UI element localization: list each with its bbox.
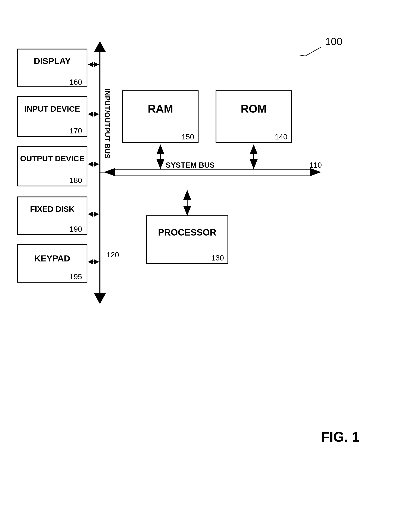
io-bus-label: INPUT/OUTPUT BUS bbox=[103, 89, 111, 159]
diagram-svg: 100 DISPLAY 160 INPUT DEVICE 170 OUTPUT … bbox=[12, 15, 389, 480]
keypad-label: KEYPAD bbox=[34, 254, 70, 263]
svg-line-0 bbox=[305, 47, 321, 56]
io-bus-ref: 120 bbox=[107, 251, 119, 259]
ram-label: RAM bbox=[148, 102, 173, 115]
io-bus-bottom-arrow bbox=[94, 293, 106, 304]
ref-100: 100 bbox=[325, 36, 342, 47]
display-ref: 160 bbox=[69, 78, 82, 86]
rom-label: ROM bbox=[241, 102, 267, 115]
processor-ref: 130 bbox=[211, 254, 224, 262]
system-bus-label: SYSTEM BUS bbox=[166, 161, 215, 169]
svg-line-1 bbox=[299, 55, 305, 56]
system-bus-ref: 110 bbox=[309, 161, 322, 169]
rom-ref: 140 bbox=[275, 133, 288, 141]
keypad-ref: 195 bbox=[69, 272, 82, 281]
ram-ref: 150 bbox=[181, 133, 194, 141]
fixed-disk-label: FIXED DISK bbox=[30, 204, 75, 213]
output-device-ref: 180 bbox=[69, 176, 82, 184]
io-bus-top-arrow bbox=[94, 41, 106, 52]
figure-label: FIG. 1 bbox=[321, 429, 360, 445]
output-device-label: OUTPUT DEVICE bbox=[20, 154, 85, 163]
fixed-disk-ref: 190 bbox=[69, 225, 82, 233]
system-bus-right-arrow bbox=[310, 168, 321, 176]
display-label: DISPLAY bbox=[34, 56, 71, 66]
input-device-label: INPUT DEVICE bbox=[25, 104, 80, 113]
processor-label: PROCESSOR bbox=[158, 227, 216, 237]
input-device-ref: 170 bbox=[69, 127, 82, 135]
